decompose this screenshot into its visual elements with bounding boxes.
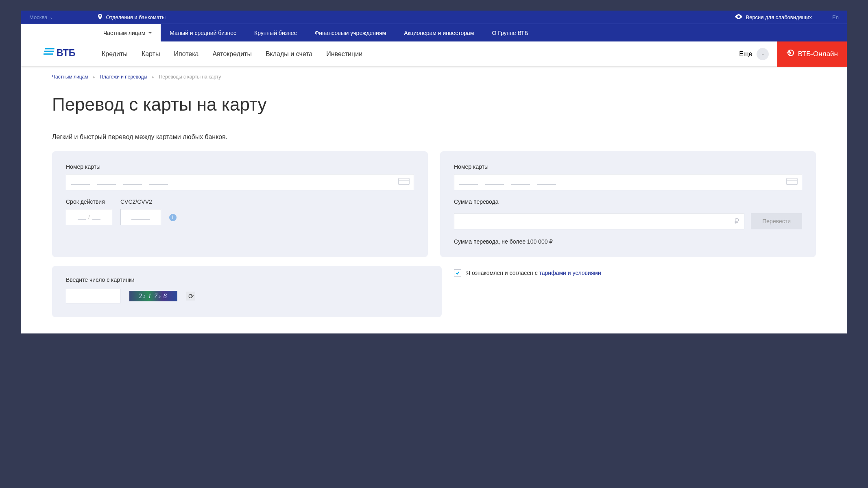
main-menu: Кредиты Карты Ипотека Автокредиты Вклады… bbox=[102, 50, 362, 58]
tab-financial[interactable]: Финансовым учреждениям bbox=[306, 24, 395, 41]
accessibility-label: Версия для слабовидящих bbox=[746, 14, 812, 20]
menu-deposits[interactable]: Вклады и счета bbox=[266, 50, 312, 58]
top-bar: Москва ⌄ Отделения и банкоматы Версия дл… bbox=[21, 11, 847, 24]
card-icon bbox=[398, 178, 410, 187]
menu-more[interactable]: Еще ⌄ bbox=[739, 48, 769, 60]
chevron-down-icon: ⌄ bbox=[757, 48, 769, 60]
branches-link[interactable]: Отделения и банкоматы bbox=[98, 14, 166, 21]
transfer-button[interactable]: Перевести bbox=[751, 213, 802, 229]
tab-about[interactable]: О Группе ВТБ bbox=[483, 24, 537, 41]
captcha-panel: Введите число с картинки 211758 ⟳ bbox=[52, 266, 442, 317]
captcha-reload-button[interactable]: ⟳ bbox=[186, 292, 195, 301]
customer-segment-nav: Частным лицам Малый и средний бизнес Кру… bbox=[21, 24, 847, 41]
card-number-label: Номер карты bbox=[66, 163, 414, 170]
branches-label: Отделения и банкоматы bbox=[106, 14, 166, 20]
captcha-input[interactable] bbox=[66, 289, 120, 303]
login-icon bbox=[786, 49, 794, 59]
accessibility-link[interactable]: Версия для слабовидящих bbox=[735, 14, 812, 20]
breadcrumb: Частным лицам ▸ Платежи и переводы ▸ Пер… bbox=[52, 74, 816, 80]
city-selector[interactable]: Москва ⌄ bbox=[29, 14, 53, 20]
tab-corporate[interactable]: Крупный бизнес bbox=[245, 24, 306, 41]
svg-text:ВТБ: ВТБ bbox=[57, 48, 76, 58]
captcha-label: Введите число с картинки bbox=[66, 277, 428, 283]
card-number-label: Номер карты bbox=[454, 163, 802, 170]
menu-investments[interactable]: Инвестиции bbox=[326, 50, 362, 58]
main-menu-bar: ВТБ Кредиты Карты Ипотека Автокредиты Вк… bbox=[21, 41, 847, 67]
card-icon bbox=[786, 178, 798, 187]
svg-rect-4 bbox=[787, 178, 797, 185]
page-subtitle: Легкий и быстрый перевод между картами л… bbox=[52, 133, 816, 141]
vtb-logo[interactable]: ВТБ bbox=[21, 46, 94, 63]
breadcrumb-current: Переводы с карты на карту bbox=[159, 74, 221, 80]
amount-input[interactable]: ₽ bbox=[454, 213, 744, 229]
ruble-icon: ₽ bbox=[735, 217, 739, 226]
recipient-card-number-input[interactable] bbox=[454, 174, 802, 190]
eye-icon bbox=[735, 14, 742, 20]
reload-icon: ⟳ bbox=[188, 292, 194, 300]
limit-text: Сумма перевода, не более 100 000 ₽ bbox=[454, 238, 802, 245]
agreement-block: Я ознакомлен и согласен с тарифами и усл… bbox=[454, 266, 816, 317]
breadcrumb-separator: ▸ bbox=[152, 74, 154, 80]
location-pin-icon bbox=[98, 14, 103, 21]
menu-mortgage[interactable]: Ипотека bbox=[174, 50, 198, 58]
tab-individuals[interactable]: Частным лицам bbox=[94, 24, 161, 41]
sender-card-panel: Номер карты Срок действия / bbox=[52, 151, 428, 257]
chevron-down-icon bbox=[148, 32, 152, 34]
breadcrumb-separator: ▸ bbox=[93, 74, 95, 80]
menu-cards[interactable]: Карты bbox=[142, 50, 160, 58]
amount-label: Сумма перевода bbox=[454, 198, 802, 205]
breadcrumb-item[interactable]: Платежи и переводы bbox=[100, 74, 147, 80]
logo-block bbox=[21, 24, 94, 41]
city-name: Москва bbox=[29, 14, 47, 20]
agreement-checkbox[interactable] bbox=[454, 269, 461, 277]
cvc-input[interactable] bbox=[120, 209, 161, 225]
page-title: Перевод с карты на карту bbox=[52, 94, 816, 115]
menu-credits[interactable]: Кредиты bbox=[102, 50, 128, 58]
svg-rect-2 bbox=[399, 178, 409, 185]
tab-investors[interactable]: Акционерам и инвесторам bbox=[395, 24, 483, 41]
chevron-down-icon: ⌄ bbox=[50, 15, 53, 20]
agreement-text: Я ознакомлен и согласен с тарифами и усл… bbox=[466, 270, 601, 276]
cvc-label: CVC2/CVV2 bbox=[120, 198, 161, 205]
recipient-card-panel: Номер карты Сумма перевода ₽ П bbox=[440, 151, 816, 257]
terms-link[interactable]: тарифами и условиями bbox=[539, 270, 601, 276]
language-switch[interactable]: En bbox=[832, 14, 839, 20]
breadcrumb-item[interactable]: Частным лицам bbox=[52, 74, 88, 80]
expiry-label: Срок действия bbox=[66, 198, 112, 205]
tab-small-business[interactable]: Малый и средний бизнес bbox=[161, 24, 245, 41]
info-icon[interactable]: i bbox=[169, 214, 177, 221]
captcha-image: 211758 bbox=[129, 291, 177, 301]
expiry-input[interactable]: / bbox=[66, 209, 112, 225]
vtb-online-button[interactable]: ВТБ-Онлайн bbox=[777, 41, 847, 67]
sender-card-number-input[interactable] bbox=[66, 174, 414, 190]
menu-autoloans[interactable]: Автокредиты bbox=[212, 50, 251, 58]
